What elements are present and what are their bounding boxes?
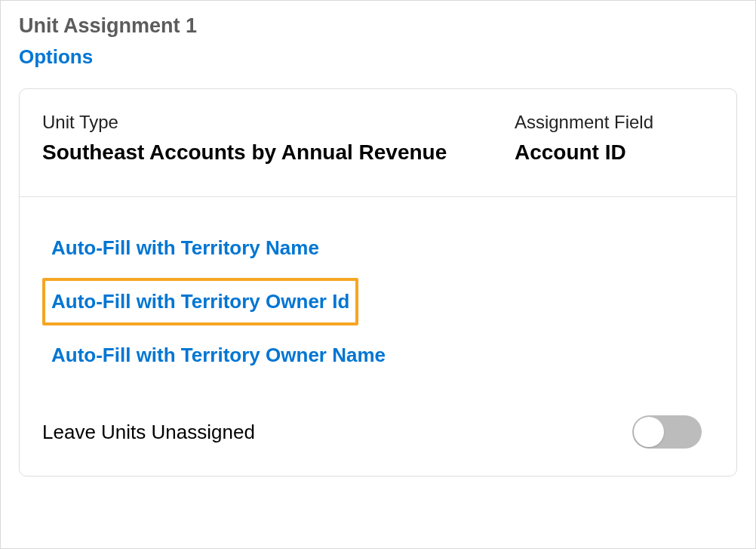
page-title: Unit Assignment 1	[19, 14, 737, 38]
toggle-knob	[634, 417, 664, 447]
card-summary: Unit Type Southeast Accounts by Annual R…	[20, 89, 736, 197]
options-link[interactable]: Options	[19, 45, 93, 78]
unit-type-field: Unit Type Southeast Accounts by Annual R…	[42, 112, 447, 165]
assignment-card: Unit Type Southeast Accounts by Annual R…	[19, 88, 737, 477]
unit-type-label: Unit Type	[42, 112, 447, 133]
header: Unit Assignment 1 Options	[1, 1, 755, 84]
autofill-option-list: Auto-Fill with Territory Name Auto-Fill …	[42, 224, 714, 379]
leave-unassigned-toggle[interactable]	[632, 415, 702, 449]
option-territory-owner-name[interactable]: Auto-Fill with Territory Owner Name	[42, 332, 395, 379]
leave-unassigned-label: Leave Units Unassigned	[42, 421, 255, 444]
option-territory-owner-id[interactable]: Auto-Fill with Territory Owner Id	[42, 278, 358, 325]
assignment-field-value: Account ID	[515, 140, 653, 165]
assignment-field-field: Assignment Field Account ID	[515, 112, 714, 165]
assignment-field-label: Assignment Field	[515, 112, 653, 133]
card-body: Auto-Fill with Territory Name Auto-Fill …	[20, 197, 736, 476]
unit-type-value: Southeast Accounts by Annual Revenue	[42, 140, 447, 165]
leave-unassigned-row: Leave Units Unassigned	[42, 415, 714, 449]
option-territory-name[interactable]: Auto-Fill with Territory Name	[42, 224, 328, 272]
